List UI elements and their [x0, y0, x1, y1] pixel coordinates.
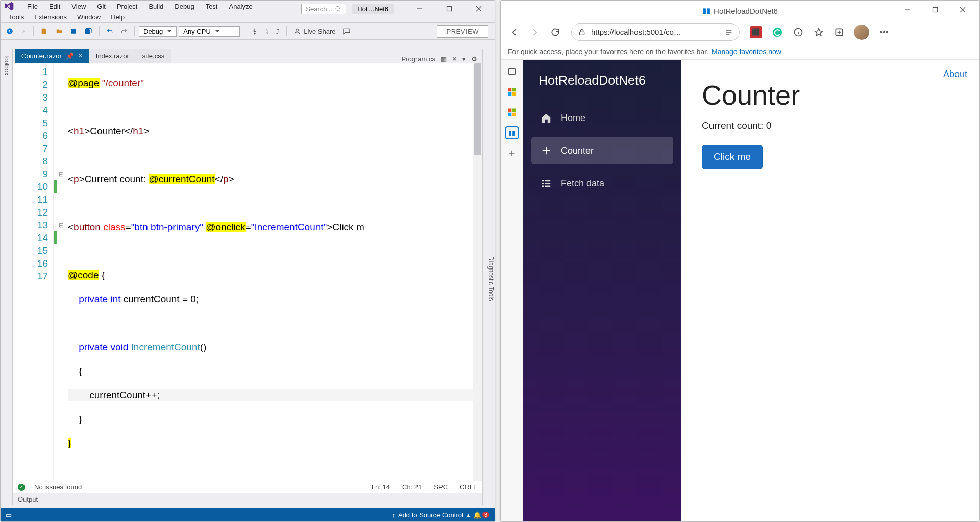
tabs-dropdown-icon[interactable]: ▾ — [462, 55, 466, 63]
browser-titlebar: ▮▮ HotReloadDotNet6 — [501, 1, 979, 21]
output-panel-header[interactable]: Output — [13, 493, 482, 505]
menu-edit[interactable]: Edit — [44, 1, 65, 12]
vtab-item[interactable] — [505, 106, 519, 119]
vtab-item[interactable] — [505, 65, 519, 78]
nav-fwd-button[interactable] — [18, 27, 29, 36]
close-preview-icon[interactable]: ✕ — [452, 55, 457, 63]
menu-test[interactable]: Test — [201, 1, 223, 12]
address-bar[interactable]: https://localhost:5001/co… — [571, 23, 740, 41]
back-button[interactable] — [509, 27, 520, 38]
reading-view-icon[interactable] — [725, 28, 733, 36]
maximize-button[interactable] — [435, 2, 463, 16]
visual-studio-window: File Edit View Git Project Build Debug T… — [0, 0, 495, 522]
browser-close-button[interactable] — [949, 3, 976, 17]
menu-git[interactable]: Git — [92, 1, 111, 12]
vtab-item[interactable] — [505, 85, 519, 99]
menu-build[interactable]: Build — [143, 1, 168, 12]
collections-icon[interactable] — [834, 27, 845, 38]
status-line: Ln: 14 — [372, 483, 390, 491]
tab-program-cs[interactable]: Program.cs — [402, 55, 435, 63]
extension-grammarly-icon[interactable] — [771, 26, 783, 38]
new-tab-button[interactable] — [505, 147, 519, 160]
undo-button[interactable] — [104, 26, 116, 36]
config-dropdown[interactable]: Debug — [139, 26, 177, 37]
menu-window[interactable]: Window — [72, 12, 106, 22]
svg-rect-8 — [933, 8, 938, 12]
gear-icon[interactable]: ⚙ — [471, 55, 477, 63]
notification-count: 3 — [482, 512, 489, 518]
tab-counter-razor[interactable]: Counter.razor📌✕ — [15, 49, 89, 63]
vtab-item-active[interactable]: ▮▮ — [505, 126, 519, 139]
save-button[interactable] — [67, 26, 80, 36]
toolbox-panel-tab[interactable]: Toolbox — [1, 49, 13, 505]
manage-favorites-link[interactable]: Manage favorites now — [712, 48, 781, 56]
step-over-icon[interactable]: ⤵ — [263, 26, 272, 37]
close-tab-icon[interactable]: ✕ — [78, 53, 83, 59]
add-to-source-control[interactable]: Add to Source Control — [398, 511, 463, 519]
menu-analyze[interactable]: Analyze — [224, 1, 257, 12]
step-into-icon[interactable] — [249, 26, 261, 36]
tab-index-razor[interactable]: Index.razor — [89, 49, 136, 63]
notification-bell-icon[interactable]: 🔔3 — [473, 511, 489, 519]
fold-toggle-icon[interactable]: ⊟ — [57, 219, 66, 231]
redo-button[interactable] — [118, 26, 130, 36]
nav-home[interactable]: Home — [531, 104, 673, 132]
page-heading: Counter — [702, 79, 959, 111]
svg-rect-11 — [579, 32, 584, 35]
click-me-button[interactable]: Click me — [702, 145, 763, 169]
editor-scrollbar[interactable] — [473, 63, 482, 481]
feedback-icon[interactable] — [340, 26, 353, 37]
info-icon[interactable] — [793, 27, 804, 38]
browser-maximize-button[interactable] — [921, 3, 949, 17]
scrollbar-thumb[interactable] — [474, 63, 481, 155]
preview-badge[interactable]: PREVIEW — [437, 25, 488, 38]
diagnostic-tools-tab[interactable]: Diagnostic Tools — [487, 256, 495, 301]
chevron-up-icon[interactable]: ▴ — [467, 511, 470, 519]
menu-debug[interactable]: Debug — [169, 1, 199, 12]
fold-toggle-icon[interactable]: ⊟ — [57, 168, 66, 180]
new-item-button[interactable] — [38, 26, 51, 37]
nav-fetch-data[interactable]: Fetch data — [531, 170, 673, 197]
solution-name[interactable]: Hot…Net6 — [352, 4, 394, 14]
vs-search-box[interactable]: Search... — [301, 4, 346, 14]
plus-icon — [541, 145, 552, 156]
ok-icon: ✓ — [18, 484, 25, 491]
count-text: Current count: 0 — [702, 120, 959, 131]
menu-file[interactable]: File — [22, 1, 43, 12]
browser-minimize-button[interactable] — [894, 3, 921, 17]
step-out-icon[interactable]: ⤴ — [274, 26, 282, 37]
status-crlf[interactable]: CRLF — [460, 483, 477, 491]
menu-dots-icon[interactable] — [878, 27, 890, 38]
menu-project[interactable]: Project — [112, 1, 142, 12]
menu-tools[interactable]: Tools — [4, 12, 29, 22]
profile-avatar[interactable] — [854, 25, 869, 40]
preview-tab-icon[interactable]: ▦ — [440, 55, 447, 63]
save-all-button[interactable] — [82, 26, 95, 37]
svg-rect-22 — [508, 69, 516, 75]
liveshare-button[interactable]: Live Share — [291, 26, 338, 37]
minimize-button[interactable] — [406, 2, 433, 16]
platform-dropdown[interactable]: Any CPU — [179, 26, 240, 37]
close-button[interactable] — [465, 2, 493, 16]
refresh-button[interactable] — [550, 27, 561, 38]
vs-search-placeholder: Search... — [306, 5, 332, 13]
tab-site-css[interactable]: site.css — [136, 49, 171, 63]
list-icon — [541, 178, 552, 189]
menu-view[interactable]: View — [66, 1, 91, 12]
app-brand[interactable]: HotReloadDotNet6 — [523, 60, 681, 101]
extension-red-icon[interactable]: ⬛ — [750, 26, 762, 38]
code-editor[interactable]: 1234567891011121314151617 ⊟⊟ @page "/cou… — [13, 63, 482, 481]
menu-help[interactable]: Help — [106, 12, 130, 22]
vertical-tabs-strip: ▮▮ — [501, 60, 523, 521]
status-spc[interactable]: SPC — [434, 483, 448, 491]
menu-extensions[interactable]: Extensions — [29, 12, 72, 22]
app-sidebar: HotReloadDotNet6 Home Counter Fetch data — [523, 60, 681, 521]
svg-point-5 — [254, 33, 255, 34]
nav-counter[interactable]: Counter — [531, 137, 673, 164]
favorites-star-icon[interactable] — [813, 27, 824, 38]
open-button[interactable] — [53, 26, 65, 36]
issues-text: No issues found — [34, 483, 82, 491]
pin-icon[interactable]: 📌 — [66, 52, 74, 60]
nav-back-button[interactable] — [4, 26, 16, 36]
about-link[interactable]: About — [943, 69, 967, 80]
